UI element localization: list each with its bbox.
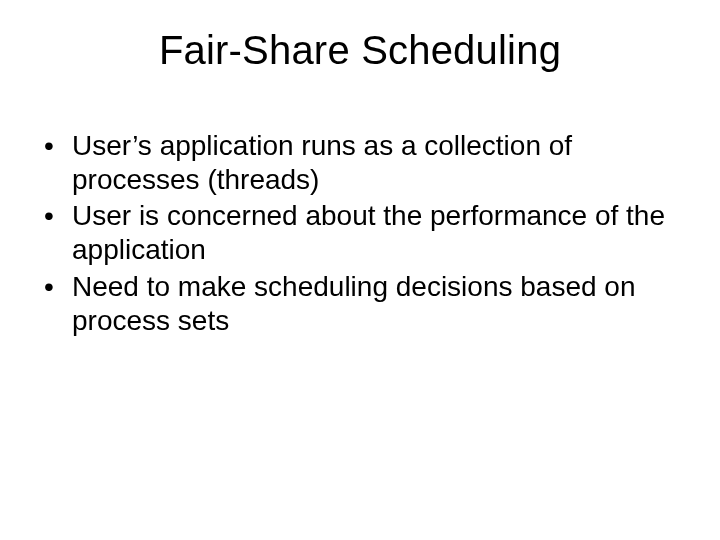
bullet-item: User’s application runs as a collection … [38,129,680,197]
bullet-list: User’s application runs as a collection … [30,129,690,338]
slide-title: Fair-Share Scheduling [30,28,690,73]
bullet-item: Need to make scheduling decisions based … [38,270,680,338]
bullet-item: User is concerned about the performance … [38,199,680,267]
slide: Fair-Share Scheduling User’s application… [0,0,720,540]
